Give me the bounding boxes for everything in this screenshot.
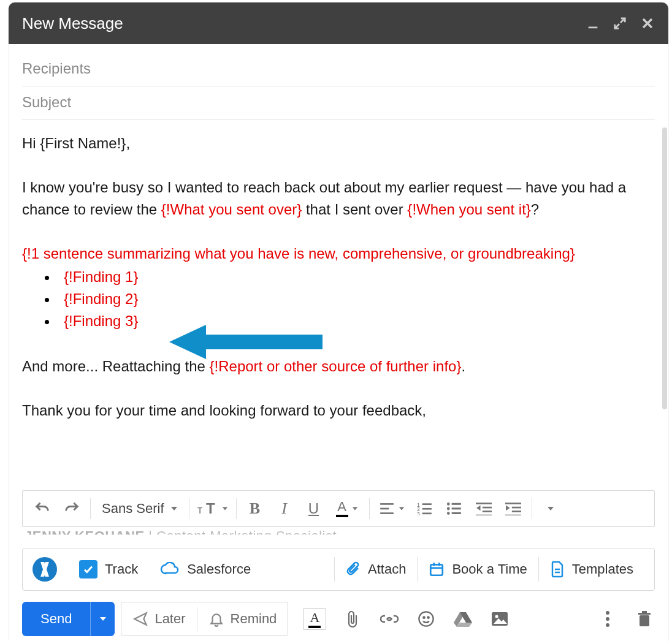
sig-name: JENNY KEOHANE (25, 528, 145, 544)
close-icon[interactable] (640, 16, 655, 31)
svg-rect-18 (451, 503, 460, 505)
greeting-line: Hi {First Name!}, (22, 132, 655, 154)
svg-rect-24 (482, 507, 491, 509)
merge-tag: {!Finding 3} (64, 313, 138, 329)
subject-field[interactable]: Subject (22, 86, 655, 120)
document-icon (550, 561, 565, 578)
svg-rect-28 (505, 503, 521, 504)
list-item: {!Finding 1} (58, 266, 655, 288)
separator (532, 498, 532, 519)
merge-tag: {!1 sentence summarizing what you have i… (22, 245, 575, 262)
svg-text:3: 3 (417, 511, 420, 515)
book-label: Book a Time (452, 561, 527, 577)
paragraph-1: I know you're busy so I wanted to reach … (22, 176, 655, 221)
svg-text:T: T (206, 500, 215, 517)
italic-icon[interactable]: I (271, 495, 298, 522)
numbered-list-icon[interactable]: 123 (411, 495, 438, 522)
separator (369, 498, 370, 519)
expand-icon[interactable] (613, 17, 627, 30)
remind-button[interactable]: Remind (197, 602, 288, 635)
bold-icon[interactable]: B (242, 495, 269, 522)
send-more-button[interactable] (90, 602, 115, 636)
svg-marker-2 (171, 507, 177, 510)
svg-rect-22 (451, 512, 460, 514)
bullet-list-icon[interactable] (441, 495, 468, 522)
scrollbar[interactable] (662, 127, 667, 409)
attach-label: Attach (368, 561, 406, 577)
text: Hi (22, 135, 40, 151)
svg-rect-26 (482, 510, 491, 512)
svg-point-21 (446, 512, 449, 515)
salesforce-label: Salesforce (187, 561, 251, 577)
font-size-icon[interactable]: тT (194, 495, 231, 522)
later-label: Later (155, 611, 185, 627)
list-item: {!Finding 2} (58, 288, 655, 310)
more-options-icon[interactable] (597, 609, 618, 629)
insert-link-icon[interactable] (379, 609, 400, 629)
arrow-annotation-icon (169, 324, 329, 360)
extension-bar: Track Salesforce Attach Book a Time Temp… (22, 548, 655, 591)
svg-rect-55 (642, 611, 647, 613)
merge-tag: {!Finding 1} (64, 268, 138, 285)
checkbox-checked-icon (79, 560, 97, 578)
send-button[interactable]: Send (22, 602, 90, 636)
yesware-logo-icon[interactable] (32, 557, 57, 582)
font-family-picker[interactable]: Sans Serif (96, 501, 184, 517)
separator (236, 498, 237, 519)
separator (90, 498, 91, 519)
more-formatting-icon[interactable] (537, 495, 564, 522)
emoji-icon[interactable] (416, 609, 437, 629)
format-toolbar: Sans Serif тT B I U A 123 (22, 490, 655, 527)
svg-point-41 (419, 612, 433, 626)
svg-rect-53 (640, 615, 649, 626)
minimize-icon[interactable] (586, 17, 600, 30)
book-time-button[interactable]: Book a Time (418, 556, 538, 583)
remind-label: Remind (231, 611, 277, 627)
undo-icon[interactable] (29, 495, 56, 522)
paperclip-icon (346, 561, 361, 578)
formatting-toggle-icon[interactable]: A (303, 608, 326, 630)
indent-less-icon[interactable] (470, 495, 497, 522)
track-toggle[interactable]: Track (68, 556, 149, 583)
svg-marker-40 (100, 617, 106, 621)
redo-icon[interactable] (58, 495, 85, 522)
svg-rect-14 (422, 508, 431, 510)
bottom-bar: Send Later Remind A (22, 602, 655, 636)
sig-role: Content Marketing Specialist (156, 528, 337, 544)
merge-tag: {First Name!} (40, 135, 126, 151)
compose-actions: A (303, 608, 510, 630)
later-button[interactable]: Later (121, 602, 196, 635)
salesforce-button[interactable]: Salesforce (149, 556, 262, 583)
discard-icon[interactable] (634, 609, 655, 629)
align-icon[interactable] (375, 495, 409, 522)
templates-button[interactable]: Templates (539, 556, 644, 583)
chevron-down-icon (222, 506, 228, 512)
svg-point-17 (446, 503, 449, 506)
chevron-down-icon (352, 506, 358, 512)
recipients-field[interactable]: Recipients (22, 53, 655, 86)
attach-file-icon[interactable] (342, 609, 363, 629)
svg-rect-16 (422, 513, 431, 515)
drive-icon[interactable] (452, 609, 473, 629)
closing-line: Thank you for your time and looking forw… (22, 400, 655, 422)
calendar-icon (429, 561, 445, 577)
text: . (461, 358, 465, 374)
indent-more-icon[interactable] (500, 495, 527, 522)
text-color-icon[interactable]: A (330, 495, 364, 522)
svg-marker-46 (457, 623, 472, 627)
text: , (126, 135, 130, 151)
svg-marker-25 (476, 506, 481, 511)
svg-rect-29 (511, 507, 521, 509)
svg-rect-20 (451, 507, 460, 509)
attach-button[interactable]: Attach (335, 556, 417, 583)
svg-point-19 (446, 507, 449, 510)
svg-marker-10 (399, 507, 403, 510)
svg-marker-6 (352, 507, 357, 510)
svg-marker-33 (548, 507, 554, 510)
svg-point-42 (424, 617, 425, 618)
separator (189, 498, 189, 519)
signature-peek: JENNY KEOHANE | Content Marketing Specia… (9, 527, 668, 544)
underline-icon[interactable]: U (300, 495, 327, 522)
email-body[interactable]: Hi {First Name!}, I know you're busy so … (9, 120, 668, 482)
insert-image-icon[interactable] (489, 609, 510, 629)
